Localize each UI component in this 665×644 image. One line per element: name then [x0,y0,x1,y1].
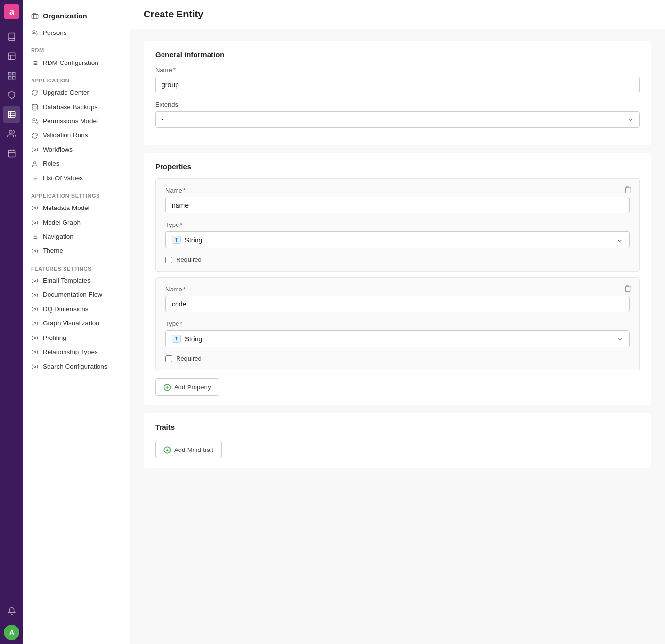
sidebar-item-graph-viz[interactable]: Graph Visualization [23,316,130,330]
prop2-type-value: String [185,335,203,343]
add-trait-button[interactable]: Add Mmd trait [155,441,222,458]
prop2-type-select[interactable]: T String [165,330,630,347]
svg-point-6 [9,130,12,133]
general-info-section: General information Name* Extends - [144,41,651,145]
permissions-icon [31,117,39,125]
prop1-name-input[interactable] [165,197,630,213]
extends-form-group: Extends - [155,101,640,128]
sidebar-item-model-graph[interactable]: Model Graph [23,215,130,229]
prop2-name-group: Name* [165,286,630,312]
user-avatar[interactable]: A [4,625,19,640]
sidebar-item-search-configs[interactable]: Search Configurations [23,359,130,373]
people-nav-icon[interactable] [3,125,20,143]
prop2-type-chevron-icon [616,335,623,343]
svg-rect-7 [8,150,15,157]
sidebar-item-validation[interactable]: Validation Runs [23,128,130,142]
profiling-icon [31,334,39,341]
document-nav-icon[interactable] [3,48,20,65]
svg-rect-1 [8,72,11,75]
add-property-button[interactable]: Add Property [155,378,219,396]
sidebar-item-dq-dimensions[interactable]: DQ Dimensions [23,302,130,316]
persons-icon [31,29,39,36]
prop1-type-label: Type* [165,221,630,228]
svg-rect-0 [8,53,15,60]
sidebar-item-navigation[interactable]: Navigation [23,229,130,243]
sidebar-item-email-templates[interactable]: Email Templates [23,274,130,288]
grid-nav-icon[interactable] [3,67,20,84]
upgrade-icon [31,89,39,96]
svg-point-34 [34,250,36,252]
svg-point-39 [34,337,36,339]
svg-point-35 [34,280,36,282]
svg-point-19 [34,161,36,164]
sidebar-item-doc-flow[interactable]: Documentation Flow [23,288,130,302]
prop1-type-group: Type* T String [165,221,630,248]
prop2-required-label[interactable]: Required [176,355,202,362]
prop2-type-label: Type* [165,320,630,327]
form-content: General information Name* Extends - Prop [130,29,665,487]
svg-rect-8 [32,14,38,18]
property1-delete-button[interactable] [624,185,632,193]
prop1-type-select[interactable]: T String [165,231,630,248]
svg-rect-2 [13,72,15,75]
prop1-name-group: Name* [165,187,630,213]
extends-chevron-icon [627,115,633,123]
doc-flow-icon [31,291,39,298]
shield-nav-icon[interactable] [3,86,20,104]
sidebar-item-profiling[interactable]: Profiling [23,330,130,344]
roles-icon [31,160,39,167]
prop1-type-icon: T [172,236,181,244]
prop2-name-label: Name* [165,286,630,293]
sidebar: Organization Persons RDM RDM Configurati… [23,0,130,644]
svg-point-40 [34,352,36,354]
extends-value: - [162,115,164,123]
calendar-nav-icon[interactable] [3,145,20,162]
lov-icon [31,175,39,182]
prop1-name-label: Name* [165,187,630,194]
list-nav-icon[interactable] [3,106,20,123]
name-form-group: Name* [155,66,640,93]
sidebar-item-upgrade[interactable]: Upgrade Center [23,85,130,99]
prop2-required-group: Required [165,355,630,362]
sidebar-item-metadata[interactable]: Metadata Model [23,201,130,215]
page-title: Create Entity [144,9,651,20]
sidebar-item-persons[interactable]: Persons [23,26,130,40]
sidebar-item-theme[interactable]: Theme [23,243,130,258]
name-label: Name* [155,66,640,74]
sidebar-item-roles[interactable]: Roles [23,157,130,171]
sidebar-item-rdm-config[interactable]: RDM Configuration [23,55,130,69]
prop2-type-icon: T [172,335,181,343]
property-card-1: Name* Type* T String [155,178,640,272]
prop2-name-input[interactable] [165,296,630,312]
extends-select[interactable]: - [155,111,640,128]
sidebar-item-permissions[interactable]: Permissions Model [23,114,130,128]
properties-section: Properties Name* Type* [144,153,651,405]
sidebar-item-workflows[interactable]: Workflows [23,143,130,157]
svg-point-41 [34,366,36,368]
graph-viz-icon [31,320,39,327]
general-info-title: General information [155,50,640,59]
sidebar-item-relationship-types[interactable]: Relationship Types [23,345,130,359]
validation-icon [31,131,39,139]
prop2-required-checkbox[interactable] [165,355,172,362]
bell-nav-icon[interactable] [3,602,20,620]
sidebar-item-lov[interactable]: List Of Values [23,171,130,185]
app-logo[interactable]: a [4,4,19,19]
app-settings-section-label: Application Settings [23,189,130,201]
db-icon [31,103,39,110]
rdm-config-icon [31,59,39,66]
book-nav-icon[interactable] [3,28,20,46]
sidebar-item-db-backups[interactable]: Database Backups [23,99,130,113]
prop1-required-checkbox[interactable] [165,257,172,263]
name-input[interactable] [155,77,640,93]
navigation-icon [31,233,39,240]
property2-delete-button[interactable] [624,284,632,292]
relationship-icon [31,348,39,355]
prop1-required-label[interactable]: Required [176,256,202,263]
extends-label: Extends [155,101,640,108]
application-section-label: Application [23,74,130,85]
page-header: Create Entity [130,0,665,29]
rdm-section-label: RDM [23,44,130,55]
prop1-type-value: String [185,236,203,244]
main-content-area: Create Entity General information Name* … [130,0,665,644]
